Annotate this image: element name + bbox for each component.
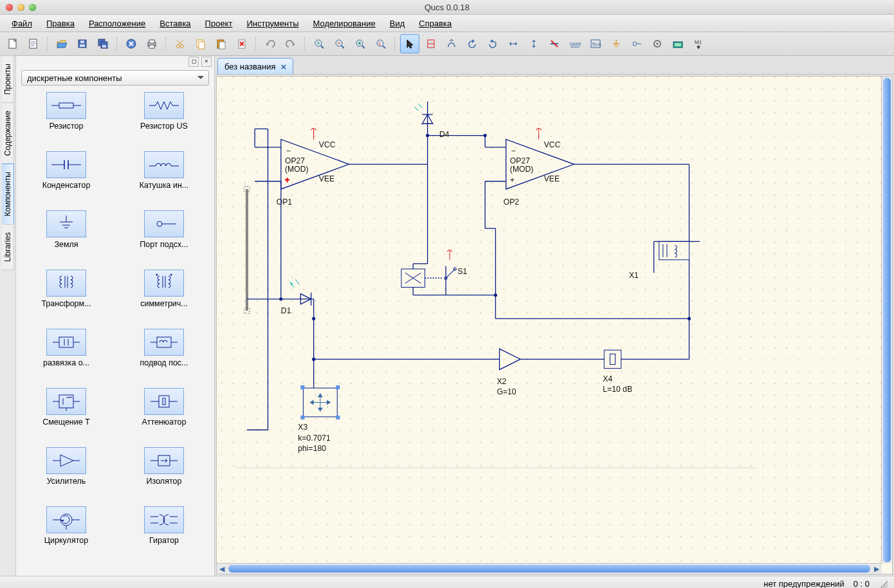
comp-isolator[interactable]: Изолятор (118, 447, 210, 486)
undo-icon[interactable] (261, 35, 279, 53)
vertical-scrollbar[interactable] (881, 77, 892, 564)
name-tool-icon[interactable]: NAME (566, 35, 584, 53)
svg-point-37 (358, 42, 361, 44)
menu-edit[interactable]: Правка (41, 17, 80, 30)
svg-text:VCC: VCC (319, 140, 336, 149)
print-icon[interactable] (143, 35, 161, 53)
menu-layout[interactable]: Расположение (84, 17, 151, 30)
sidetab-projects[interactable]: Проекты (2, 55, 14, 103)
svg-point-76 (157, 221, 162, 226)
svg-rect-97 (159, 396, 169, 407)
svg-rect-170 (336, 416, 340, 419)
open-icon[interactable] (53, 35, 71, 53)
resize-grip-icon[interactable] (879, 579, 888, 588)
comp-subcircuit-port[interactable]: Порт подсх... (118, 210, 210, 249)
comp-circulator[interactable]: Циркулятор (20, 506, 113, 545)
comp-resistor-us[interactable]: Резистор US (118, 92, 210, 131)
delete-icon[interactable] (233, 35, 251, 53)
comp-attenuator[interactable]: Аттенюатор (118, 388, 210, 427)
svg-line-19 (177, 40, 182, 45)
schematic-canvas[interactable]: − + VCC VEE OP27 (MOD) OP1 (216, 76, 893, 574)
comp-inductor[interactable]: Катушка ин... (118, 151, 210, 190)
redo-icon[interactable] (282, 35, 300, 53)
comp-amplifier[interactable]: Усилитель (20, 447, 113, 486)
svg-rect-98 (163, 398, 165, 405)
svg-point-145 (484, 134, 487, 137)
cut-icon[interactable] (171, 35, 189, 53)
svg-text:X3: X3 (298, 423, 307, 432)
label-tool-icon[interactable] (442, 35, 461, 53)
comp-dcfeed[interactable]: подвод пос... (118, 329, 210, 367)
settings-icon[interactable] (648, 35, 666, 53)
svg-text:−: − (286, 147, 291, 156)
rotate-cw-icon[interactable] (484, 35, 502, 53)
comp-biastee[interactable]: Смещение Т (20, 388, 113, 427)
port-icon[interactable] (628, 35, 646, 53)
panel-close-icon[interactable]: × (201, 57, 212, 67)
components-panel: ◻ × дискретные компоненты Резистор Резис… (16, 56, 215, 576)
sidetab-libraries[interactable]: Libraries (2, 224, 14, 270)
menu-bar: Файл Правка Расположение Вставка Проект … (0, 15, 894, 32)
document-tabs: без названия × (215, 56, 894, 75)
menu-simulation[interactable]: Моделирование (307, 17, 380, 30)
svg-point-83 (170, 274, 172, 276)
close-doc-icon[interactable] (122, 35, 140, 53)
menu-insert[interactable]: Вставка (154, 17, 196, 30)
equation-icon[interactable]: f(ω) (587, 35, 605, 53)
comp-resistor[interactable]: Резистор (20, 92, 113, 131)
sidetab-contents[interactable]: Содержание (2, 102, 14, 164)
sidetab-components[interactable]: Компоненты (2, 163, 14, 225)
mirror-v-icon[interactable] (525, 35, 543, 53)
combo-label: дискретные компоненты (27, 73, 122, 83)
comp-dcblock[interactable]: развязка о... (20, 329, 113, 367)
comp-capacitor[interactable]: Конденсатор (20, 151, 113, 190)
rotate-ccw-icon[interactable] (463, 35, 481, 53)
menu-help[interactable]: Справка (414, 17, 457, 30)
menu-tools[interactable]: Инструменты (241, 17, 304, 30)
comp-gyrator[interactable]: Гиратор (118, 506, 210, 545)
menu-view[interactable]: Вид (385, 17, 410, 30)
svg-line-36 (362, 46, 365, 48)
status-coords: 0 : 0 (853, 579, 870, 589)
pointer-tool-icon[interactable] (400, 34, 419, 53)
panel-float-icon[interactable]: ◻ (188, 57, 199, 67)
ground-icon[interactable] (607, 35, 625, 53)
new-text-icon[interactable] (24, 35, 42, 53)
comp-ground[interactable]: Земля (20, 210, 113, 249)
save-icon[interactable] (73, 35, 91, 53)
zoom-100-icon[interactable]: 1 (372, 35, 390, 53)
horizontal-scrollbar[interactable]: ◀ ▶ (217, 563, 882, 574)
copy-icon[interactable] (192, 35, 210, 53)
simulate-icon[interactable] (669, 35, 687, 53)
wire-tool-icon[interactable] (422, 35, 440, 53)
svg-rect-22 (199, 42, 205, 49)
scroll-left-icon[interactable]: ◀ (217, 564, 227, 573)
mirror-h-icon[interactable] (504, 35, 522, 53)
svg-rect-169 (300, 416, 304, 419)
save-all-icon[interactable] (94, 35, 112, 53)
new-file-icon[interactable] (4, 35, 22, 53)
svg-text:D4: D4 (439, 130, 450, 139)
comp-transformer[interactable]: Трансформ... (20, 270, 113, 308)
component-list[interactable]: Резистор Резистор US Конденсатор Катушка… (16, 88, 214, 576)
marker-icon[interactable]: M1 (689, 35, 707, 53)
svg-text:NAME: NAME (570, 42, 581, 46)
component-category-select[interactable]: дискретные компоненты (21, 70, 209, 86)
svg-point-18 (181, 45, 184, 48)
zoom-in-icon[interactable] (310, 35, 328, 53)
comp-sym-transformer[interactable]: симметрич... (118, 270, 210, 308)
svg-point-164 (312, 317, 315, 320)
svg-rect-60 (675, 43, 681, 46)
doc-tab-untitled[interactable]: без названия × (217, 58, 293, 74)
scroll-right-icon[interactable]: ▶ (871, 564, 882, 573)
zoom-fit-icon[interactable] (351, 35, 369, 53)
zoom-out-icon[interactable] (331, 35, 349, 53)
menu-file[interactable]: Файл (6, 17, 37, 30)
svg-rect-24 (219, 42, 225, 49)
paste-icon[interactable] (212, 35, 230, 53)
svg-rect-15 (149, 40, 154, 43)
doc-tab-close-icon[interactable]: × (281, 61, 287, 72)
deactivate-icon[interactable] (545, 35, 563, 53)
svg-text:+: + (285, 176, 289, 185)
menu-project[interactable]: Проект (200, 17, 238, 30)
